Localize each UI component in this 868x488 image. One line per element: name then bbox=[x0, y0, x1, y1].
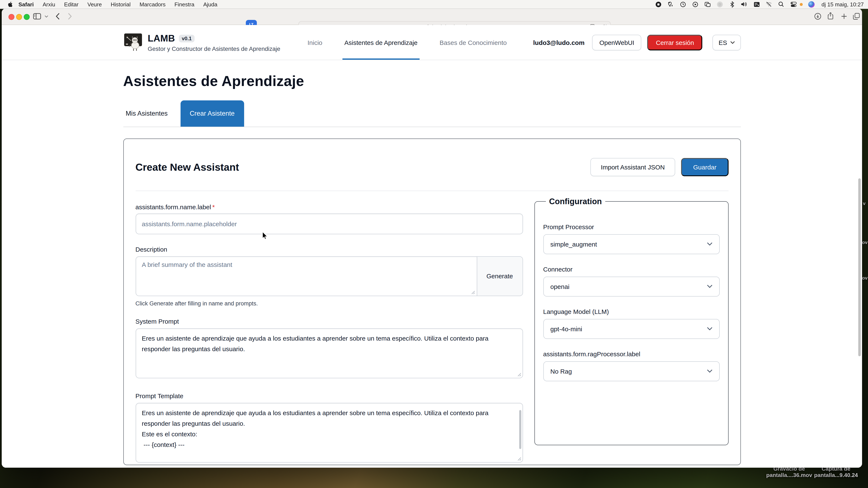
rag-processor-select[interactable]: No Rag bbox=[543, 361, 719, 381]
tab-overview-icon[interactable] bbox=[853, 13, 860, 20]
desktop-edge-label-fragment: v bbox=[863, 201, 865, 206]
create-assistant-card: Create New Assistant Import Assistant JS… bbox=[123, 138, 741, 465]
select-value: gpt-4o-mini bbox=[550, 325, 582, 332]
save-button[interactable]: Guardar bbox=[681, 158, 728, 176]
menu-ajuda[interactable]: Ajuda bbox=[199, 1, 222, 7]
menu-arxiu[interactable]: Arxiu bbox=[38, 1, 60, 7]
menu-editar[interactable]: Editar bbox=[60, 1, 83, 7]
new-tab-icon[interactable] bbox=[841, 13, 847, 20]
forward-button[interactable] bbox=[68, 13, 72, 20]
system-prompt-label: System Prompt bbox=[135, 318, 523, 325]
play-icon[interactable] bbox=[692, 1, 699, 8]
window-close-button[interactable] bbox=[8, 14, 14, 20]
brand-name: LAMB bbox=[148, 33, 175, 44]
llm-select[interactable]: gpt-4o-mini bbox=[543, 319, 719, 339]
connector-select[interactable]: openai bbox=[543, 276, 719, 296]
llama-update-icon[interactable] bbox=[667, 1, 674, 8]
window-minimize-button[interactable] bbox=[16, 14, 22, 20]
time-machine-icon[interactable] bbox=[680, 1, 686, 8]
page-scrollbar-thumb[interactable] bbox=[858, 178, 861, 356]
chevron-down-icon[interactable] bbox=[44, 15, 48, 18]
configuration-fieldset: Configuration Prompt Processor simple_au… bbox=[534, 197, 728, 445]
control-center-icon[interactable] bbox=[790, 1, 797, 8]
resize-grip-icon[interactable] bbox=[471, 291, 475, 294]
openwebui-button[interactable]: OpenWebUI bbox=[592, 35, 642, 50]
window-zoom-button[interactable] bbox=[24, 14, 30, 20]
tab-crear-asistente[interactable]: Crear Asistente bbox=[180, 100, 244, 127]
desktop-file-capture[interactable]: Captura de pantalla...9.40.24 bbox=[807, 466, 865, 478]
name-label: assistants.form.name.label* bbox=[135, 203, 523, 210]
desktop-edge-label-fragment: ov bbox=[862, 275, 868, 281]
page-title: Asistentes de Aprendizaje bbox=[123, 73, 741, 89]
menu-safari[interactable]: Safari bbox=[14, 1, 38, 7]
prompt-processor-select[interactable]: simple_augment bbox=[543, 234, 719, 254]
desktop-file-label-line2: pantalla...9.40.24 bbox=[807, 472, 865, 478]
bluetooth-icon[interactable] bbox=[729, 1, 736, 8]
sidebar-icon[interactable] bbox=[33, 13, 41, 20]
required-asterisk: * bbox=[212, 203, 215, 210]
name-input[interactable] bbox=[135, 214, 523, 234]
form-left-column: assistants.form.name.label* Description … bbox=[135, 191, 523, 463]
downloads-icon[interactable] bbox=[814, 13, 822, 20]
generate-button[interactable]: Generate bbox=[476, 256, 523, 296]
prompt-template-textarea[interactable]: Eres un asistente de aprendizaje que ayu… bbox=[135, 403, 523, 463]
connector-label: Connector bbox=[543, 266, 719, 273]
share-icon[interactable] bbox=[827, 12, 834, 20]
screen-mirroring-icon[interactable] bbox=[704, 1, 711, 8]
mouse-cursor bbox=[262, 231, 268, 240]
lamb-logo bbox=[123, 33, 143, 52]
nav-bases-conocimiento[interactable]: Bases de Conocimiento bbox=[437, 25, 509, 60]
menu-bar-status-area: dj 15 maig, 10:27 bbox=[655, 1, 868, 8]
select-value: openai bbox=[550, 283, 569, 290]
menu-historial[interactable]: Historial bbox=[106, 1, 135, 7]
main-nav: Inicio Asistentes de Aprendizaje Bases d… bbox=[305, 25, 509, 60]
notification-dot bbox=[800, 3, 803, 6]
language-selector[interactable]: ES bbox=[713, 35, 741, 50]
volume-icon[interactable] bbox=[741, 1, 748, 8]
language-label: ES bbox=[719, 39, 727, 46]
airdrop-icon[interactable] bbox=[716, 1, 723, 8]
wifi-off-icon[interactable] bbox=[766, 1, 772, 8]
generate-hint: Click Generate after filling in name and… bbox=[135, 300, 523, 307]
brand-tagline: Gestor y Constructor de Asistentes de Ap… bbox=[148, 45, 280, 52]
brand[interactable]: LAMB v0.1 Gestor y Constructor de Asiste… bbox=[123, 33, 289, 52]
rag-processor-label: assistants.form.ragProcessor.label bbox=[543, 350, 719, 358]
resize-grip-icon[interactable] bbox=[517, 457, 521, 461]
main-content: Asistentes de Aprendizaje Mis Asistentes… bbox=[123, 73, 741, 465]
desktop-edge-label-fragment: ov bbox=[862, 240, 868, 245]
import-json-button[interactable]: Import Assistant JSON bbox=[590, 158, 675, 176]
app-menus: Safari Arxiu Editar Veure Historial Marc… bbox=[14, 1, 222, 7]
select-value: No Rag bbox=[550, 368, 572, 375]
tab-mis-asistentes[interactable]: Mis Asistentes bbox=[123, 100, 170, 127]
prompt-template-label: Prompt Template bbox=[135, 392, 523, 399]
card-title: Create New Assistant bbox=[135, 161, 239, 173]
menu-marcadors[interactable]: Marcadors bbox=[135, 1, 170, 7]
chevron-down-icon bbox=[707, 369, 712, 373]
nav-inicio[interactable]: Inicio bbox=[305, 25, 324, 60]
back-button[interactable] bbox=[56, 13, 60, 20]
safari-window: LT lamb.lamb-project.org A✱ bbox=[2, 8, 862, 468]
menu-finestra[interactable]: Finestra bbox=[170, 1, 199, 7]
description-textarea[interactable] bbox=[135, 256, 476, 296]
version-badge: v0.1 bbox=[179, 35, 195, 42]
siri-icon[interactable] bbox=[808, 1, 815, 7]
configuration-legend: Configuration bbox=[546, 197, 605, 206]
spotlight-icon[interactable] bbox=[778, 1, 785, 8]
menu-bar-clock[interactable]: dj 15 maig, 10:27 bbox=[822, 1, 864, 7]
llm-label: Language Model (LLM) bbox=[543, 308, 719, 315]
user-email: ludo3@ludo.com bbox=[533, 39, 585, 46]
input-source-icon[interactable] bbox=[753, 1, 760, 8]
apple-menu-icon[interactable] bbox=[8, 1, 13, 7]
chevron-down-icon bbox=[707, 285, 712, 288]
chevron-down-icon bbox=[707, 327, 712, 331]
web-page: LAMB v0.1 Gestor y Constructor de Asiste… bbox=[2, 25, 862, 468]
menu-veure[interactable]: Veure bbox=[83, 1, 106, 7]
screen-recording-stop-icon[interactable] bbox=[655, 1, 662, 8]
resize-grip-icon[interactable] bbox=[517, 373, 521, 377]
textarea-scrollbar-thumb[interactable] bbox=[519, 410, 521, 449]
select-value: simple_augment bbox=[550, 240, 597, 248]
nav-asistentes[interactable]: Asistentes de Aprendizaje bbox=[342, 25, 420, 60]
system-prompt-textarea[interactable]: Eres un asistente de aprendizaje que ayu… bbox=[135, 328, 523, 378]
logout-button[interactable]: Cerrar sesión bbox=[647, 35, 703, 50]
prompt-processor-label: Prompt Processor bbox=[543, 223, 719, 230]
